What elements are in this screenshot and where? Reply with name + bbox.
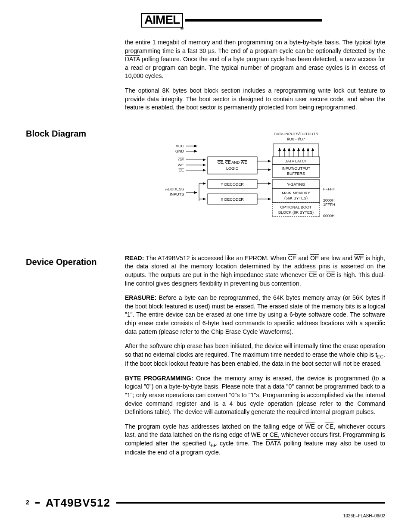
- intro-paragraph-1: the entire 1 megabit of memory and then …: [125, 38, 385, 81]
- svg-text:VCC: VCC: [176, 144, 184, 148]
- svg-text:1FFFH: 1FFFH: [323, 202, 335, 207]
- program-cycle-paragraph: The program cycle has addresses latched …: [125, 423, 385, 457]
- page-number: 2: [26, 498, 29, 507]
- page-footer: 2 AT49BV512 1026E–FLASH–06/02: [0, 495, 411, 519]
- erasure-paragraph: ERASURE: Before a byte can be reprogramm…: [125, 294, 385, 336]
- svg-text:2000H: 2000H: [323, 198, 335, 202]
- svg-text:FFFFH: FFFFH: [323, 187, 336, 191]
- svg-rect-10: [208, 157, 257, 174]
- svg-text:0000H: 0000H: [323, 214, 335, 218]
- block-diagram: DATA INPUTS/OUTPUTS I/O0 - I/O7 VCC GND …: [125, 130, 385, 233]
- erase-timing-paragraph: After the software chip erase has been i…: [125, 342, 385, 368]
- product-name: AT49BV512: [46, 495, 110, 510]
- page-header: AIMEL®: [26, 13, 385, 28]
- diagram-io-range: I/O0 - I/O7: [287, 137, 305, 141]
- svg-text:ADDRESS: ADDRESS: [165, 187, 184, 191]
- svg-rect-43: [272, 188, 320, 202]
- device-operation-heading: Device Operation: [26, 256, 125, 268]
- byte-programming-paragraph: BYTE PROGRAMMING: Once the memory array …: [125, 374, 385, 417]
- svg-text:Y-GATING: Y-GATING: [287, 182, 305, 187]
- svg-text:INPUTS: INPUTS: [170, 192, 184, 196]
- svg-text:(56K BYTES): (56K BYTES): [284, 196, 308, 200]
- svg-text:BLOCK (8K BYTES): BLOCK (8K BYTES): [278, 210, 314, 215]
- svg-text:OE: OE: [178, 158, 184, 162]
- atmel-logo: AIMEL®: [141, 13, 183, 28]
- io-arrows: [280, 148, 313, 157]
- svg-text:BUFFERS: BUFFERS: [287, 171, 305, 176]
- svg-text:WE: WE: [178, 163, 184, 167]
- svg-text:OE, CE AND WE: OE, CE AND WE: [218, 160, 247, 165]
- diagram-io-title: DATA INPUTS/OUTPUTS: [274, 132, 318, 136]
- svg-text:INPUT/OUTPUT: INPUT/OUTPUT: [282, 166, 311, 171]
- doc-revision: 1026E–FLASH–06/02: [26, 513, 385, 519]
- svg-rect-46: [272, 202, 320, 217]
- svg-text:MAIN MEMORY: MAIN MEMORY: [282, 191, 310, 195]
- read-paragraph: READ: The AT49BV512 is accessed like an …: [125, 254, 385, 288]
- svg-text:CE: CE: [178, 168, 184, 172]
- svg-text:DATA LATCH: DATA LATCH: [284, 159, 308, 163]
- svg-text:LOGIC: LOGIC: [226, 166, 239, 171]
- intro-paragraph-2: The optional 8K bytes boot block section…: [125, 87, 385, 112]
- svg-text:GND: GND: [175, 149, 184, 153]
- svg-text:OPTIONAL BOOT: OPTIONAL BOOT: [280, 205, 312, 209]
- svg-text:X DECODER: X DECODER: [221, 197, 244, 202]
- svg-text:Y DECODER: Y DECODER: [221, 182, 244, 187]
- block-diagram-heading: Block Diagram: [26, 128, 125, 140]
